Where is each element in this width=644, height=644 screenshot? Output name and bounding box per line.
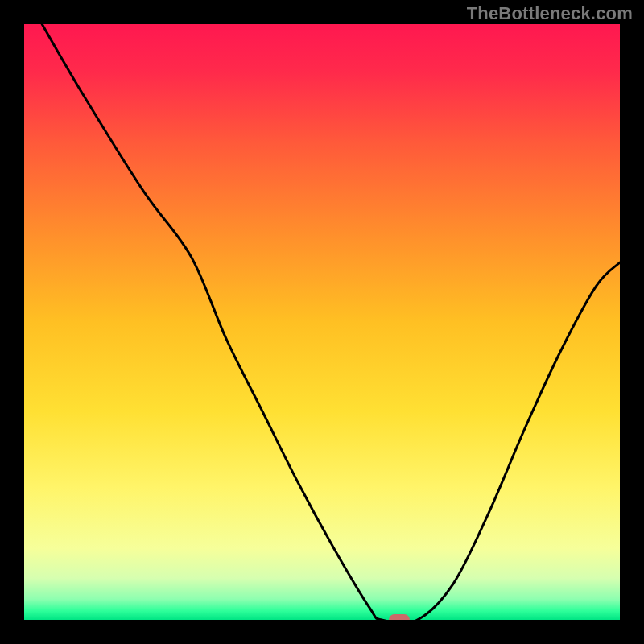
bottleneck-curve xyxy=(42,24,620,620)
curve-layer xyxy=(24,24,620,620)
plot-area xyxy=(24,24,620,620)
watermark-text: TheBottleneck.com xyxy=(467,3,633,24)
optimal-marker xyxy=(389,614,410,620)
chart-root: TheBottleneck.com xyxy=(0,0,644,644)
